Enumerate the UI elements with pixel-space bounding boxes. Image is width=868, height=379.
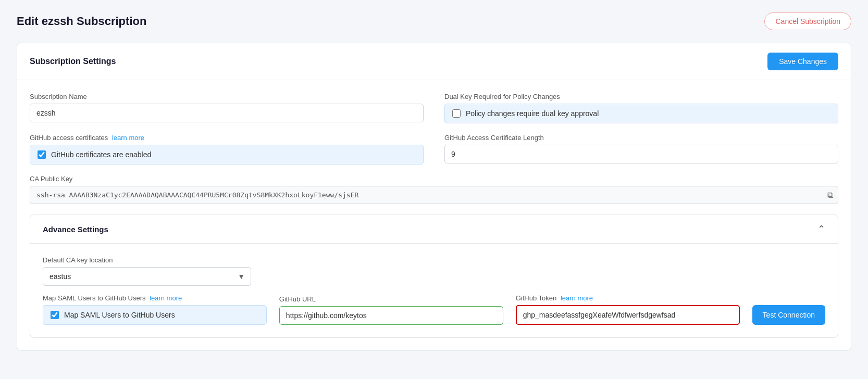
github-token-group: GitHub Token learn more bbox=[516, 294, 740, 325]
save-changes-button[interactable]: Save Changes bbox=[767, 53, 838, 70]
dual-key-checkbox-row: Policy changes require dual key approval bbox=[444, 104, 838, 123]
github-token-input[interactable] bbox=[517, 306, 739, 324]
advance-settings-header[interactable]: Advance Settings ⌃ bbox=[30, 215, 838, 244]
github-cert-length-input[interactable] bbox=[444, 145, 838, 163]
github-certs-label: GitHub access certificates learn more bbox=[30, 134, 424, 142]
dual-key-checkbox-label[interactable]: Policy changes require dual key approval bbox=[466, 109, 599, 118]
advance-settings-chevron-icon: ⌃ bbox=[817, 223, 825, 235]
advance-settings-title: Advance Settings bbox=[43, 225, 108, 234]
github-token-label: GitHub Token learn more bbox=[516, 294, 740, 302]
advance-settings-card: Advance Settings ⌃ Default CA key locati… bbox=[30, 214, 838, 338]
github-certs-learn-more-link[interactable]: learn more bbox=[112, 134, 144, 142]
page-title: Edit ezssh Subscription bbox=[17, 15, 146, 28]
map-saml-label: Map SAML Users to GitHub Users learn mor… bbox=[43, 294, 267, 302]
dual-key-label: Dual Key Required for Policy Changes bbox=[444, 93, 838, 100]
ca-key-location-label: Default CA key location bbox=[43, 256, 251, 264]
subscription-settings-card: Subscription Settings Save Changes Subsc… bbox=[17, 43, 851, 351]
ca-key-wrapper: ⧉ bbox=[30, 186, 838, 204]
github-url-input[interactable] bbox=[279, 306, 503, 325]
github-certs-checkbox-label[interactable]: GitHub certificates are enabled bbox=[51, 150, 151, 159]
dual-key-group: Dual Key Required for Policy Changes Pol… bbox=[444, 93, 838, 123]
github-certs-checkbox-row: GitHub certificates are enabled bbox=[30, 145, 424, 165]
map-saml-group: Map SAML Users to GitHub Users learn mor… bbox=[43, 294, 267, 325]
subscription-name-group: Subscription Name bbox=[30, 93, 424, 123]
ca-key-location-select[interactable]: eastus westus eastus2 westus2 centralus bbox=[43, 267, 251, 286]
map-saml-checkbox[interactable] bbox=[51, 311, 59, 319]
subscription-name-label: Subscription Name bbox=[30, 93, 424, 100]
map-saml-learn-more-link[interactable]: learn more bbox=[150, 294, 182, 302]
ca-public-key-input[interactable] bbox=[30, 186, 838, 204]
github-certs-checkbox[interactable] bbox=[38, 150, 46, 159]
github-url-group: GitHub URL bbox=[279, 295, 503, 325]
github-token-learn-more-link[interactable]: learn more bbox=[561, 294, 593, 302]
map-saml-checkbox-label[interactable]: Map SAML Users to GitHub Users bbox=[64, 311, 175, 319]
github-token-highlight-border bbox=[516, 305, 740, 325]
dual-key-checkbox[interactable] bbox=[452, 109, 461, 118]
github-url-label: GitHub URL bbox=[279, 295, 503, 303]
test-connection-group: Test Connection bbox=[752, 305, 825, 325]
ca-key-location-group: Default CA key location eastus westus ea… bbox=[43, 256, 251, 286]
subscription-name-input[interactable] bbox=[30, 104, 424, 122]
ca-key-location-select-wrapper: eastus westus eastus2 westus2 centralus … bbox=[43, 267, 251, 286]
copy-icon[interactable]: ⧉ bbox=[827, 191, 833, 200]
github-cert-length-group: GitHub Access Certificate Length bbox=[444, 134, 838, 165]
cancel-subscription-button[interactable]: Cancel Subscription bbox=[764, 12, 851, 30]
ca-public-key-label: CA Public Key bbox=[30, 175, 838, 183]
advance-settings-body: Default CA key location eastus westus ea… bbox=[30, 244, 838, 337]
github-cert-length-label: GitHub Access Certificate Length bbox=[444, 134, 838, 142]
github-certs-group: GitHub access certificates learn more Gi… bbox=[30, 134, 424, 165]
map-saml-checkbox-row: Map SAML Users to GitHub Users bbox=[43, 305, 267, 325]
subscription-settings-title: Subscription Settings bbox=[30, 57, 116, 66]
ca-public-key-group: CA Public Key ⧉ bbox=[30, 175, 838, 204]
test-connection-button[interactable]: Test Connection bbox=[752, 305, 825, 325]
